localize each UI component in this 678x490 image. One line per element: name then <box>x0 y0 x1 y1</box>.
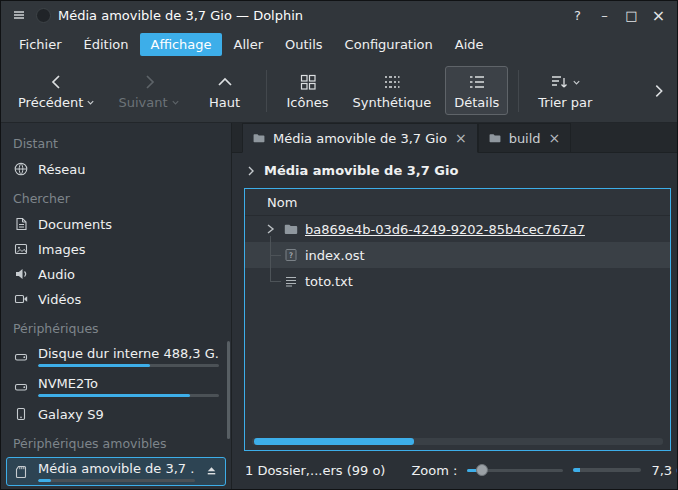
toolbar: Précédent Suivant Haut Icônes <box>1 59 677 123</box>
section-header-distant: Distant <box>1 127 231 156</box>
details-view-icon <box>467 72 487 92</box>
file-view[interactable]: Nom ba869e4b-03d6- <box>244 188 671 451</box>
details-view-label: Détails <box>454 96 499 109</box>
tree-guide <box>270 236 271 281</box>
zoom-slider[interactable] <box>467 463 563 477</box>
back-label: Précédent <box>18 96 83 109</box>
file-row-folder[interactable]: ba869e4b-03d6-4249-9202-85b4cec767a7 <box>245 216 670 242</box>
chevron-right-icon <box>650 82 668 100</box>
hard-drive-icon <box>13 379 29 395</box>
chevron-right-icon[interactable] <box>245 165 257 177</box>
sidebar-item-nvme2to[interactable]: NVME2To <box>6 372 226 401</box>
chevron-down-icon <box>572 78 581 87</box>
tree-guide <box>270 281 281 282</box>
expand-chevron-icon[interactable] <box>263 222 277 236</box>
window-controls: ? – □ × <box>567 6 669 25</box>
menu-edition[interactable]: Édition <box>74 33 139 56</box>
folder-icon <box>488 131 502 145</box>
tab-bar: Média amovible de 3,7 Gio × build × <box>232 123 677 153</box>
places-panel: Distant Réseau Chercher Documents Images <box>1 123 232 489</box>
breadcrumb: Média amovible de 3,7 Gio <box>232 153 677 188</box>
sidebar-item-label: Disque dur interne 488,3 G... <box>38 346 219 361</box>
menu-aide[interactable]: Aide <box>445 33 494 56</box>
tab-build[interactable]: build × <box>478 123 572 153</box>
file-row-index-ost[interactable]: ? index.ost <box>245 242 670 268</box>
file-name[interactable]: index.ost <box>305 248 365 263</box>
menu-fichier[interactable]: Fichier <box>9 33 72 56</box>
sidebar-item-label: Audio <box>38 267 75 282</box>
toolbar-separator <box>518 70 519 112</box>
icons-view-label: Icônes <box>287 96 329 109</box>
scrollbar-thumb[interactable] <box>254 438 414 445</box>
grid-view-icon <box>298 72 318 92</box>
maximize-button[interactable]: □ <box>621 6 642 25</box>
status-bar: 1 Dossier,...ers (99 o) Zoom : 7,3 Gio l… <box>232 453 677 489</box>
videos-icon <box>13 291 29 307</box>
help-button[interactable]: ? <box>567 6 588 25</box>
chevron-right-icon <box>139 72 159 92</box>
sidebar-item-videos[interactable]: Vidéos <box>6 287 226 311</box>
toolbar-separator <box>266 70 267 112</box>
sidebar-item-label: Galaxy S9 <box>38 407 104 422</box>
file-name[interactable]: ba869e4b-03d6-4249-9202-85b4cec767a7 <box>305 222 585 237</box>
menu-outils[interactable]: Outils <box>275 33 333 56</box>
sidebar-item-documents[interactable]: Documents <box>6 212 226 236</box>
file-name[interactable]: toto.txt <box>305 274 353 289</box>
sidebar-item-images[interactable]: Images <box>6 237 226 261</box>
tab-label: build <box>509 131 541 146</box>
up-label: Haut <box>209 96 240 109</box>
capacity-bar <box>38 479 195 482</box>
column-header-nom[interactable]: Nom <box>267 195 297 210</box>
close-button[interactable]: × <box>648 6 669 25</box>
hamburger-menu-icon[interactable] <box>9 5 29 25</box>
eject-icon[interactable] <box>204 464 219 479</box>
capacity-bar <box>38 394 219 397</box>
network-globe-icon <box>13 161 29 177</box>
images-icon <box>13 241 29 257</box>
compact-view-label: Synthétique <box>353 96 432 109</box>
documents-icon <box>13 216 29 232</box>
file-row-toto-txt[interactable]: toto.txt <box>245 268 670 294</box>
free-space-capacity-bar <box>573 468 641 472</box>
sort-by-button[interactable]: Trier par <box>529 66 601 115</box>
tabbar-spacer <box>571 123 677 153</box>
column-header-row[interactable]: Nom <box>245 189 670 216</box>
dolphin-window: Média amovible de 3,7 Gio — Dolphin ? – … <box>0 0 678 490</box>
menu-aller[interactable]: Aller <box>224 33 273 56</box>
view-container: Nom ba869e4b-03d6- <box>232 188 677 453</box>
section-header-chercher: Chercher <box>1 182 231 211</box>
sidebar-item-reseau[interactable]: Réseau <box>6 157 226 181</box>
titlebar[interactable]: Média amovible de 3,7 Gio — Dolphin ? – … <box>1 1 677 29</box>
sidebar-item-media-amovible[interactable]: Média amovible de 3,7 ... <box>6 457 226 486</box>
compact-view-button[interactable]: Synthétique <box>344 66 441 115</box>
sidebar-item-galaxy-s9[interactable]: Galaxy S9 <box>6 402 226 426</box>
tree-guide <box>270 255 281 256</box>
sidebar-scrollbar[interactable] <box>227 341 230 439</box>
sidebar-item-audio[interactable]: Audio <box>6 262 226 286</box>
details-view-button[interactable]: Détails <box>445 66 508 115</box>
section-header-peripheriques: Périphériques <box>1 312 231 341</box>
up-button[interactable]: Haut <box>194 66 256 115</box>
toolbar-overflow-button[interactable] <box>649 81 669 101</box>
sidebar-item-label: Images <box>38 242 86 257</box>
minimize-button[interactable]: – <box>594 6 615 25</box>
zoom-slider-handle[interactable] <box>476 464 488 476</box>
back-button[interactable]: Précédent <box>9 66 104 115</box>
tab-media-amovible[interactable]: Média amovible de 3,7 Gio × <box>242 123 478 153</box>
horizontal-scrollbar[interactable] <box>252 438 663 445</box>
view-empty-space[interactable] <box>245 294 670 450</box>
menu-configuration[interactable]: Configuration <box>335 33 443 56</box>
tab-close-icon[interactable]: × <box>548 130 562 146</box>
main-area: Média amovible de 3,7 Gio × build × Médi <box>232 123 677 489</box>
breadcrumb-current[interactable]: Média amovible de 3,7 Gio <box>264 163 458 178</box>
sidebar-item-disque-dur[interactable]: Disque dur interne 488,3 G... <box>6 342 226 371</box>
menu-affichage[interactable]: Affichage <box>140 33 221 56</box>
forward-button[interactable]: Suivant <box>109 66 188 115</box>
folder-icon <box>252 131 266 145</box>
chevron-left-icon <box>47 72 67 92</box>
tab-close-icon[interactable]: × <box>454 130 468 146</box>
status-summary: 1 Dossier,...ers (99 o) <box>245 463 385 478</box>
tabbar-spacer <box>232 123 242 153</box>
icons-view-button[interactable]: Icônes <box>277 66 339 115</box>
chevron-down-icon <box>171 98 180 107</box>
